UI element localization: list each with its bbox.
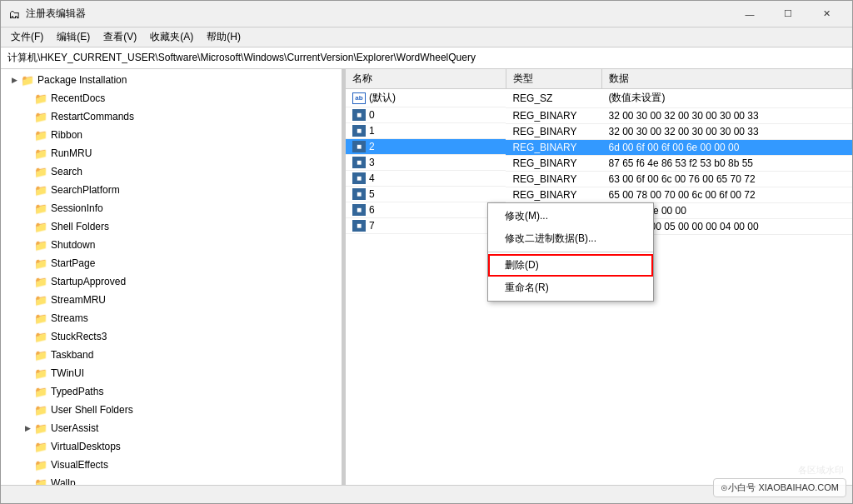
row-type-icon: ■	[352, 204, 366, 216]
tree-item-label: UserAssist	[51, 422, 98, 434]
address-bar: 计算机\HKEY_CURRENT_USER\Software\Microsoft…	[1, 47, 852, 69]
row-type: REG_BINARY	[506, 139, 601, 155]
tree-item-label: Streams	[51, 312, 88, 324]
tree-item[interactable]: ▶📁RestartCommands	[1, 107, 342, 126]
folder-icon: 📁	[34, 293, 47, 307]
menu-help[interactable]: 帮助(H)	[200, 28, 247, 46]
table-row[interactable]: ■1REG_BINARY32 00 30 00 32 00 30 00 30 0…	[346, 123, 852, 139]
tree-item[interactable]: ▶📁Shell Folders	[1, 217, 342, 236]
folder-icon: 📁	[34, 348, 47, 362]
menu-file[interactable]: 文件(F)	[4, 28, 50, 46]
minimize-button[interactable]: —	[731, 1, 769, 27]
row-type: REG_SZ	[506, 89, 601, 108]
folder-icon: 📁	[34, 385, 47, 398]
folder-icon: 📁	[34, 128, 47, 142]
tree-item[interactable]: ▶📁VisualEffects	[1, 456, 342, 474]
tree-item[interactable]: ▶📁Taskband	[1, 346, 342, 364]
table-row[interactable]: ab(默认)REG_SZ(数值未设置)	[346, 89, 852, 108]
tree-item-label: SessionInfo	[51, 202, 103, 214]
tree-panel[interactable]: ▶📁Package Installation▶📁RecentDocs▶📁Rest…	[1, 69, 342, 485]
folder-icon: 📁	[34, 312, 47, 325]
tree-item[interactable]: ▶📁VirtualDesktops	[1, 437, 342, 456]
tree-item[interactable]: ▶📁RecentDocs	[1, 89, 342, 107]
folder-icon: 📁	[34, 440, 47, 453]
tree-item-label: TypedPaths	[51, 386, 103, 397]
col-data[interactable]: 数据	[602, 69, 852, 89]
context-menu-item[interactable]: 重命名(R)	[488, 277, 653, 299]
folder-icon: 📁	[34, 110, 47, 123]
row-name: 5	[369, 188, 375, 200]
tree-item[interactable]: ▶📁Package Installation	[1, 71, 342, 89]
menu-view[interactable]: 查看(V)	[97, 28, 143, 46]
folder-icon: 📁	[34, 147, 47, 160]
tree-item[interactable]: ▶📁Search	[1, 162, 342, 181]
tree-item[interactable]: ▶📁TypedPaths	[1, 382, 342, 401]
tree-item-label: StartPage	[51, 257, 95, 269]
table-row[interactable]: ■0REG_BINARY32 00 30 00 32 00 30 00 30 0…	[346, 107, 852, 123]
context-menu-item[interactable]: 修改(M)...	[488, 205, 653, 227]
tree-item-label: Taskband	[51, 349, 93, 361]
tree-item[interactable]: ▶📁StartPage	[1, 254, 342, 272]
tree-item[interactable]: ▶📁SearchPlatform	[1, 181, 342, 199]
row-name: 6	[369, 204, 375, 216]
menu-edit[interactable]: 编辑(E)	[50, 28, 97, 46]
tree-item-label: User Shell Folders	[51, 404, 133, 416]
tree-item[interactable]: ▶📁RunMRU	[1, 144, 342, 162]
tree-toggle-icon[interactable]: ▶	[7, 73, 21, 87]
row-name: 7	[369, 220, 375, 232]
address-text: 计算机\HKEY_CURRENT_USER\Software\Microsoft…	[7, 51, 476, 65]
tree-item[interactable]: ▶📁StartupApproved	[1, 272, 342, 291]
tree-item-label: Search	[51, 166, 82, 177]
menu-bar: 文件(F) 编辑(E) 查看(V) 收藏夹(A) 帮助(H)	[1, 27, 852, 47]
tree-item[interactable]: ▶📁StuckRects3	[1, 327, 342, 346]
table-row[interactable]: ■5REG_BINARY65 00 78 00 70 00 6c 00 6f 0…	[346, 187, 852, 202]
row-type-icon: ■	[352, 220, 366, 232]
folder-icon: 📁	[34, 403, 47, 417]
tree-item-label: RunMRU	[51, 147, 92, 159]
tree-item[interactable]: ▶📁Streams	[1, 309, 342, 327]
tree-item[interactable]: ▶📁StreamMRU	[1, 291, 342, 309]
tree-item[interactable]: ▶📁UserAssist	[1, 419, 342, 437]
folder-icon: 📁	[34, 458, 47, 472]
tree-item[interactable]: ▶📁Ribbon	[1, 126, 342, 144]
menu-favorites[interactable]: 收藏夹(A)	[143, 28, 200, 46]
context-menu: 修改(M)...修改二进制数据(B)...删除(D)重命名(R)	[487, 202, 654, 302]
tree-item[interactable]: ▶📁TWinUI	[1, 364, 342, 382]
row-data: 63 00 6f 00 6c 00 76 00 65 70 72	[602, 171, 852, 187]
tree-item[interactable]: ▶📁SessionInfo	[1, 199, 342, 217]
folder-icon: 📁	[34, 183, 47, 197]
folder-icon: 📁	[34, 477, 47, 485]
table-row[interactable]: ■2REG_BINARY6d 00 6f 00 6f 00 6e 00 00 0…	[346, 139, 852, 155]
tree-item[interactable]: ▶📁Wallp...	[1, 474, 342, 485]
tree-item-label: StartupApproved	[51, 276, 126, 287]
tree-item-label: Wallp...	[51, 477, 84, 485]
window-icon: 🗂	[7, 7, 21, 21]
row-data: 32 00 30 00 32 00 30 00 30 00 33	[602, 107, 852, 123]
table-row[interactable]: ■3REG_BINARY87 65 f6 4e 86 53 f2 53 b0 8…	[346, 155, 852, 171]
row-type: REG_BINARY	[506, 107, 601, 123]
folder-icon: 📁	[21, 73, 34, 87]
context-menu-item[interactable]: 删除(D)	[488, 254, 653, 277]
row-name: 2	[369, 141, 375, 152]
table-header-row: 名称 类型 数据	[346, 69, 852, 89]
tree-item[interactable]: ▶📁User Shell Folders	[1, 401, 342, 419]
close-button[interactable]: ✕	[807, 1, 846, 27]
folder-icon: 📁	[34, 367, 47, 380]
row-type-icon: ■	[352, 141, 366, 152]
table-row[interactable]: ■4REG_BINARY63 00 6f 00 6c 00 76 00 65 7…	[346, 171, 852, 187]
restore-button[interactable]: ☐	[769, 1, 807, 27]
col-name[interactable]: 名称	[346, 69, 506, 89]
right-panel: 名称 类型 数据 ab(默认)REG_SZ(数值未设置)■0REG_BINARY…	[346, 69, 852, 485]
context-menu-item[interactable]: 修改二进制数据(B)...	[488, 227, 653, 250]
tree-item[interactable]: ▶📁Shutdown	[1, 236, 342, 254]
tree-item-label: Ribbon	[51, 129, 82, 141]
window-title: 注册表编辑器	[26, 7, 731, 21]
row-data: 65 00 78 00 70 00 6c 00 6f 00 72	[602, 187, 852, 202]
col-type[interactable]: 类型	[506, 69, 601, 89]
tree-item-label: RestartCommands	[51, 111, 134, 122]
watermark-text: ⊙小白号 XIAOBAIHAO.COM	[721, 482, 839, 494]
row-type: REG_BINARY	[506, 155, 601, 171]
row-data: 6d 00 6f 00 6f 00 6e 00 00 00	[602, 139, 852, 155]
tree-toggle-icon[interactable]: ▶	[21, 422, 34, 435]
tree-item-label: TWinUI	[51, 367, 84, 379]
